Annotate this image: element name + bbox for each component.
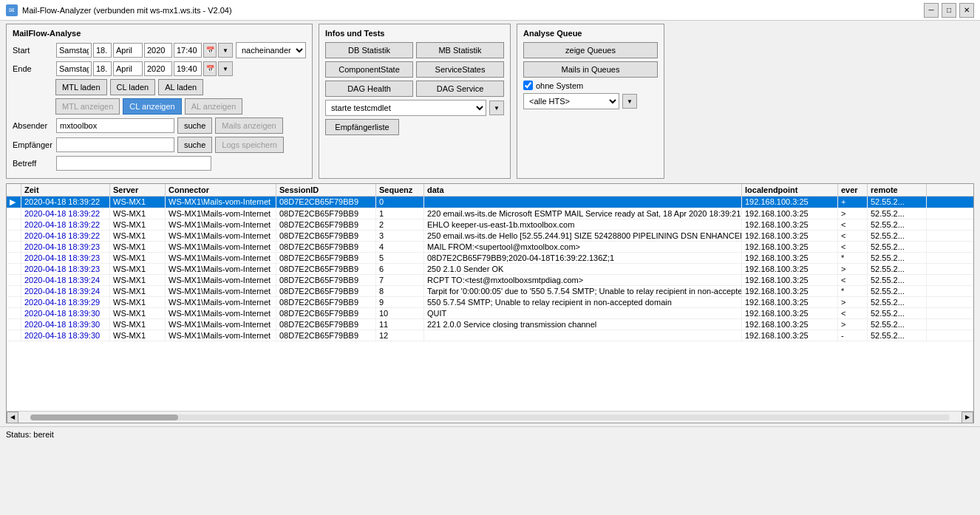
alle-hts-dropdown-button[interactable]: ▼ [622, 94, 637, 109]
scroll-thumb[interactable] [30, 415, 178, 420]
table-cell: 192.168.100.3:25 [742, 231, 838, 241]
mb-statistik-button[interactable]: MB Statistik [416, 42, 504, 58]
table-row[interactable]: 2020-04-18 18:39:23WS-MX1WS-MX1\Mails-vo… [7, 242, 973, 253]
ende-dropdown-button[interactable]: ▼ [218, 61, 233, 76]
alle-hts-select[interactable]: <alle HTS> [523, 93, 619, 109]
table-cell: ▶ [7, 197, 21, 208]
start-calendar-button[interactable]: 📅 [203, 43, 217, 58]
mtl-anzeigen-button[interactable]: MTL anzeigen [55, 98, 120, 115]
table-row[interactable]: 2020-04-18 18:39:24WS-MX1WS-MX1\Mails-vo… [7, 286, 973, 297]
minimize-button[interactable]: ─ [924, 3, 939, 18]
start-weekday-input[interactable] [56, 43, 92, 58]
table-row[interactable]: 2020-04-18 18:39:30WS-MX1WS-MX1\Mails-vo… [7, 308, 973, 319]
zeige-queues-button[interactable]: zeige Queues [523, 42, 658, 58]
db-statistik-button[interactable]: DB Statistik [325, 42, 413, 58]
service-states-button[interactable]: ServiceStates [416, 61, 504, 78]
start-dropdown-button[interactable]: ▼ [218, 43, 233, 58]
table-cell: WS-MX1\Mails-vom-Internet [166, 264, 276, 274]
load-buttons-row: MTL laden CL laden AL laden [55, 79, 306, 95]
ende-time-input[interactable] [174, 61, 202, 76]
empfanger-suche-button[interactable]: suche [177, 137, 212, 153]
table-cell: + [838, 197, 868, 208]
start-time-input[interactable] [174, 43, 202, 58]
table-row[interactable]: 2020-04-18 18:39:30WS-MX1WS-MX1\Mails-vo… [7, 330, 973, 341]
al-laden-button[interactable]: AL laden [158, 79, 203, 95]
table-row[interactable]: 2020-04-18 18:39:23WS-MX1WS-MX1\Mails-vo… [7, 253, 973, 264]
table-cell: WS-MX1 [110, 197, 166, 208]
table-cell: WS-MX1\Mails-vom-Internet [166, 242, 276, 252]
scroll-right-arrow[interactable]: ▶ [962, 412, 973, 423]
starte-select[interactable]: starte testcmdlet [325, 100, 486, 116]
table-cell: > [838, 208, 868, 219]
horizontal-scrollbar[interactable]: ◀ ▶ [7, 411, 973, 423]
betreff-input[interactable] [56, 156, 211, 171]
scroll-left-arrow[interactable]: ◀ [7, 412, 18, 423]
table-row[interactable]: 2020-04-18 18:39:29WS-MX1WS-MX1\Mails-vo… [7, 297, 973, 308]
table-cell: 2020-04-18 18:39:22 [21, 208, 110, 219]
th-data: data [424, 184, 742, 196]
absender-row: Absender suche Mails anzeigen [13, 117, 306, 134]
table-cell: 192.168.100.3:25 [742, 264, 838, 274]
table-cell: WS-MX1\Mails-vom-Internet [166, 308, 276, 318]
mtl-laden-button[interactable]: MTL laden [55, 79, 107, 95]
table-cell: 52.55.2... [868, 319, 927, 330]
table-cell: 52.55.2... [868, 275, 927, 285]
empfanger-input[interactable] [56, 137, 174, 152]
ende-date-group: 📅 ▼ [56, 61, 233, 76]
start-month-input[interactable] [113, 43, 143, 58]
table-cell: > [838, 264, 868, 274]
table-cell [424, 330, 742, 341]
ende-day-input[interactable] [93, 61, 112, 76]
table-cell: WS-MX1\Mails-vom-Internet [166, 208, 276, 219]
close-button[interactable]: ✕ [959, 3, 974, 18]
infos-panel: Infos und Tests DB Statistik MB Statisti… [319, 24, 511, 179]
dag-service-button[interactable]: DAG Service [416, 81, 504, 97]
al-anzeigen-button[interactable]: AL anzeigen [185, 98, 243, 115]
table-cell: 8 [376, 286, 424, 296]
anzeigen-buttons-row: MTL anzeigen CL anzeigen AL anzeigen [55, 98, 306, 115]
table-cell: WS-MX1 [110, 275, 166, 285]
mails-anzeigen-button[interactable]: Mails anzeigen [215, 117, 282, 134]
starte-dropdown-button[interactable]: ▼ [489, 100, 504, 115]
betreff-label: Betreff [13, 159, 53, 168]
start-year-input[interactable] [144, 43, 172, 58]
ende-month-input[interactable] [113, 61, 143, 76]
table-cell: - [838, 330, 868, 341]
ende-year-input[interactable] [144, 61, 172, 76]
table-row[interactable]: 2020-04-18 18:39:23WS-MX1WS-MX1\Mails-vo… [7, 264, 973, 275]
table-cell: WS-MX1 [110, 242, 166, 252]
table-cell: 2 [376, 219, 424, 230]
ohne-system-label: ohne System [536, 81, 583, 90]
table-cell: 3 [376, 231, 424, 241]
nacheinander-select[interactable]: nacheinander [236, 42, 306, 58]
cl-laden-button[interactable]: CL laden [110, 79, 156, 95]
logs-speichern-button[interactable]: Logs speichern [215, 137, 284, 153]
table-cell: < [838, 275, 868, 285]
scroll-track[interactable] [30, 415, 950, 420]
absender-input[interactable] [56, 118, 174, 133]
table-row[interactable]: 2020-04-18 18:39:22WS-MX1WS-MX1\Mails-vo… [7, 208, 973, 219]
ende-calendar-button[interactable]: 📅 [203, 61, 217, 76]
ohne-system-checkbox[interactable] [523, 81, 533, 90]
table-cell: WS-MX1 [110, 297, 166, 307]
table-row[interactable]: 2020-04-18 18:39:22WS-MX1WS-MX1\Mails-vo… [7, 231, 973, 242]
component-state-button[interactable]: ComponentState [325, 61, 413, 78]
empfangerliste-button[interactable]: Empfängerliste [325, 119, 399, 135]
table-cell: 52.55.2... [868, 219, 927, 230]
table-row[interactable]: ▶2020-04-18 18:39:22WS-MX1WS-MX1\Mails-v… [7, 197, 973, 208]
start-day-input[interactable] [93, 43, 112, 58]
table-cell: 52.55.2... [868, 197, 927, 208]
table-cell: EHLO keeper-us-east-1b.mxtoolbox.com [424, 219, 742, 230]
cl-anzeigen-button[interactable]: CL anzeigen [123, 98, 181, 115]
table-cell: * [838, 253, 868, 263]
table-row[interactable]: 2020-04-18 18:39:22WS-MX1WS-MX1\Mails-vo… [7, 219, 973, 231]
table-cell: WS-MX1 [110, 308, 166, 318]
table-row[interactable]: 2020-04-18 18:39:24WS-MX1WS-MX1\Mails-vo… [7, 275, 973, 286]
absender-suche-button[interactable]: suche [177, 117, 212, 134]
maximize-button[interactable]: □ [942, 3, 956, 18]
ende-weekday-input[interactable] [56, 61, 92, 76]
dag-health-button[interactable]: DAG Health [325, 81, 413, 97]
table-row[interactable]: 2020-04-18 18:39:30WS-MX1WS-MX1\Mails-vo… [7, 319, 973, 330]
mails-in-queues-button[interactable]: Mails in Queues [523, 61, 658, 78]
table-cell: 4 [376, 242, 424, 252]
